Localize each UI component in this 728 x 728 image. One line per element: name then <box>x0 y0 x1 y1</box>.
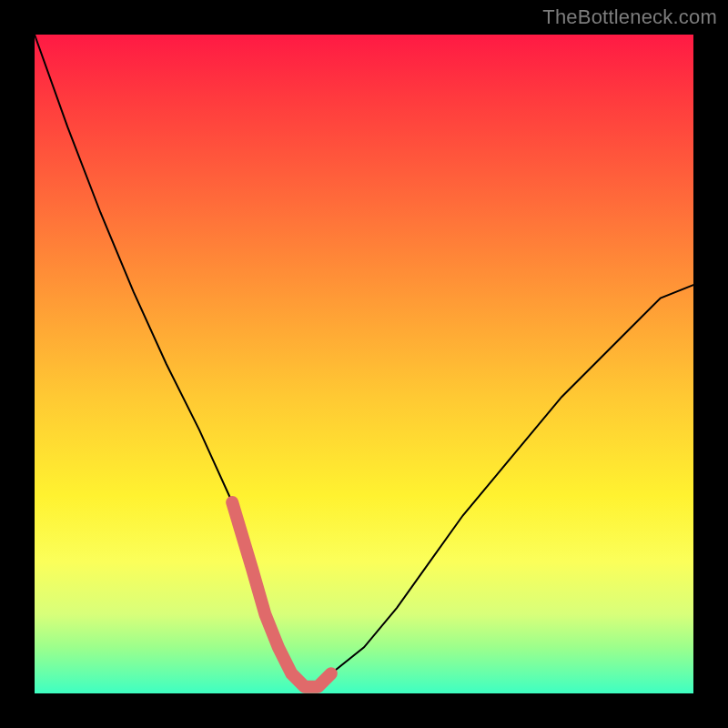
bottleneck-curve <box>35 35 693 693</box>
watermark-text: TheBottleneck.com <box>542 5 717 29</box>
chart-frame: TheBottleneck.com <box>0 0 728 728</box>
curve-line <box>35 35 693 687</box>
curve-highlight <box>232 502 331 687</box>
plot-area <box>35 35 693 693</box>
